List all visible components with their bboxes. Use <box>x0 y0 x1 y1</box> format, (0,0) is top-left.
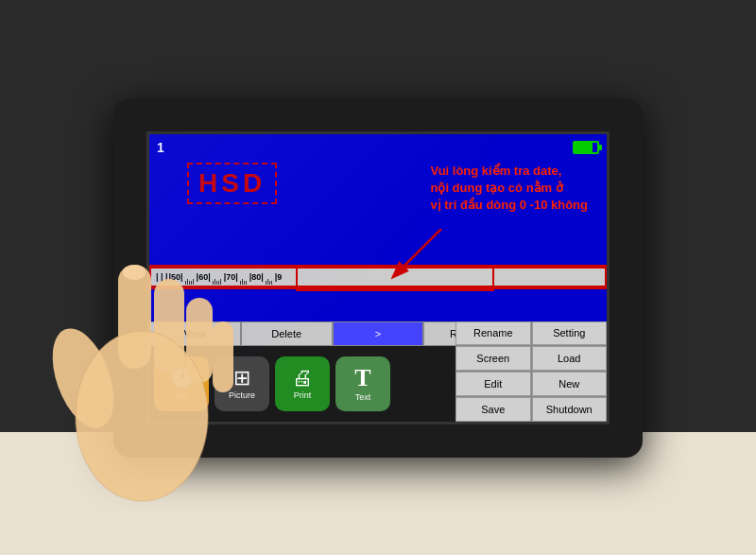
print-icon: 🖨 <box>292 368 313 389</box>
save-btn[interactable]: Save <box>455 397 531 422</box>
ruler-ticks-4 <box>266 269 273 285</box>
ruler-ticks-3 <box>240 269 248 285</box>
tick <box>220 279 221 285</box>
ruler-mark-170: |70| <box>224 272 238 282</box>
battery-fill <box>575 143 593 152</box>
tick <box>191 281 192 285</box>
tick <box>213 281 214 285</box>
setting-btn[interactable]: Setting <box>532 321 608 346</box>
next-button[interactable]: > <box>333 321 424 346</box>
tick <box>244 281 245 285</box>
view-button[interactable]: View <box>149 321 241 346</box>
battery-icon <box>573 141 599 154</box>
ruler-mark-180: |80| <box>249 272 264 282</box>
screen-btn[interactable]: Screen <box>455 346 531 371</box>
new-btn[interactable]: New <box>532 372 608 396</box>
rename-btn[interactable]: Rename <box>455 321 531 346</box>
ruler-strip: | | | |50| |60| <box>149 267 607 287</box>
print-icon-button[interactable]: 🖨 Print <box>275 356 330 411</box>
annotation-text: Vui lòng kiểm tra date, nội dung tạo có … <box>430 163 588 215</box>
icon-row: 🕐 ate ⊞ Picture 🖨 Print T Text <box>149 346 455 422</box>
screen-number: 1 <box>157 140 164 155</box>
text-icon: T <box>354 366 370 390</box>
tick <box>218 281 219 285</box>
ruler-mark-160: |60| <box>197 272 211 282</box>
tick <box>269 281 270 285</box>
load-btn[interactable]: Load <box>532 346 608 371</box>
screen-topbar: 1 <box>149 134 607 161</box>
tick <box>193 279 194 285</box>
ruler-mark-190: |9 <box>275 272 283 282</box>
tick <box>242 279 243 285</box>
tick <box>266 281 266 285</box>
shutdown-btn[interactable]: Shutdown <box>532 397 608 422</box>
ruler-partial-left: | | | <box>156 272 168 282</box>
ruler-mark-150: |50| <box>169 272 183 282</box>
ruler-content: | | | |50| |60| <box>151 269 605 285</box>
ruler-ticks-2 <box>213 269 222 285</box>
delete-button[interactable]: Delete <box>241 321 333 346</box>
tick <box>216 281 217 285</box>
tick <box>185 281 186 285</box>
tick <box>240 281 241 285</box>
ruler-ticks-1 <box>185 269 195 285</box>
clock-icon: 🕐 <box>169 368 195 389</box>
edit-btn[interactable]: Edit <box>455 372 531 396</box>
screen: 1 HSD | | | |50| <box>146 131 610 425</box>
text-icon-button[interactable]: T Text <box>335 356 390 411</box>
picture-icon-button[interactable]: ⊞ Picture <box>215 356 269 411</box>
hsd-area: HSD <box>187 163 277 204</box>
annotation-line2: nội dung tạo có nằm ở <box>430 181 562 195</box>
hsd-title: HSD <box>198 168 266 198</box>
picture-icon: ⊞ <box>233 368 250 389</box>
device-body: 1 HSD | | | |50| <box>113 98 643 458</box>
date-icon-button[interactable]: 🕐 ate <box>154 356 209 411</box>
annotation-line1: Vui lòng kiểm tra date, <box>430 164 561 178</box>
tick <box>187 279 188 285</box>
tick <box>267 279 268 285</box>
tick <box>271 281 272 285</box>
tick <box>246 281 247 285</box>
right-panel: Rename Setting Screen Load Edit New <box>455 321 607 422</box>
annotation-line3: vị trí đầu dòng 0 -10 không <box>430 198 588 212</box>
tick <box>189 281 190 285</box>
tick <box>215 279 215 285</box>
photo-background: 1 HSD | | | |50| <box>0 0 756 555</box>
